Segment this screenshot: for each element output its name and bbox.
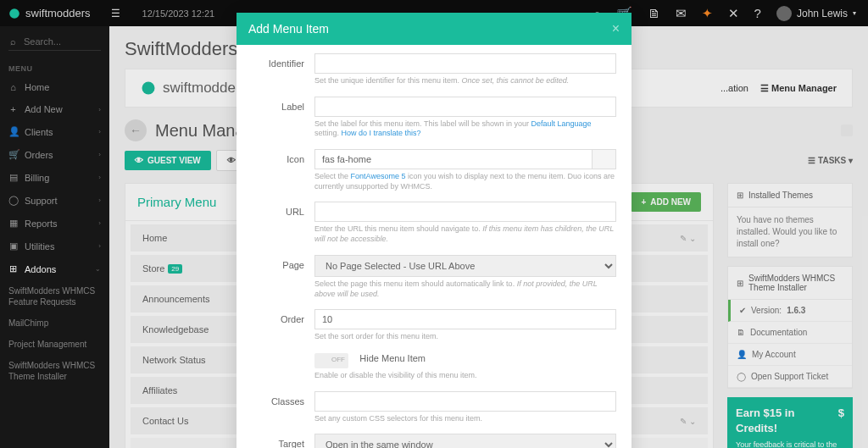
classes-input[interactable] <box>314 391 616 412</box>
user-menu[interactable]: John Lewis ▾ <box>776 6 856 21</box>
modal-overlay: Add Menu Item × Identifier Set the uniqu… <box>0 26 868 448</box>
icon-preview <box>593 149 616 169</box>
classes-label: Classes <box>252 391 314 407</box>
add-menu-item-modal: Add Menu Item × Identifier Set the uniqu… <box>236 13 632 448</box>
icon-label: Icon <box>252 149 314 164</box>
user-name: John Lewis <box>797 8 848 19</box>
identifier-input[interactable] <box>314 53 616 74</box>
label-input[interactable] <box>314 97 616 117</box>
order-input[interactable] <box>314 309 616 329</box>
close-icon[interactable]: × <box>612 21 620 36</box>
target-select[interactable]: Open in the same window <box>314 434 616 448</box>
modal-title: Add Menu Item <box>248 22 329 36</box>
identifier-label: Identifier <box>252 53 314 69</box>
inbox-icon[interactable]: ✉ <box>676 6 687 21</box>
datetime: 12/15/2023 12:21 <box>132 8 225 19</box>
page-label: Page <box>252 255 314 270</box>
label-label: Label <box>252 97 314 112</box>
hide-label: Hide Menu Item <box>359 353 426 363</box>
translate-link[interactable]: How do I translate this? <box>342 129 421 137</box>
icon-input[interactable] <box>314 149 593 169</box>
avatar <box>776 6 792 21</box>
sidebar-toggle[interactable]: ☰ <box>99 8 132 19</box>
url-input[interactable] <box>314 202 616 222</box>
hide-toggle[interactable]: OFF <box>314 353 348 368</box>
fontawesome-link[interactable]: FontAwesome 5 <box>351 172 406 180</box>
brand-name: swiftmodders <box>25 7 91 19</box>
wrench-icon[interactable]: ✕ <box>728 6 739 21</box>
target-label: Target <box>252 434 314 448</box>
svg-point-0 <box>9 8 19 19</box>
gear-icon[interactable]: ✦ <box>702 6 713 21</box>
help-icon[interactable]: ? <box>754 6 761 20</box>
order-label: Order <box>252 309 314 324</box>
brand-logo[interactable]: swiftmodders <box>0 7 99 19</box>
file-icon[interactable]: 🗎 <box>648 6 660 20</box>
page-select[interactable]: No Page Selected - Use URL Above <box>314 255 616 277</box>
default-lang-link[interactable]: Default Language <box>531 119 591 128</box>
url-label: URL <box>252 202 314 217</box>
